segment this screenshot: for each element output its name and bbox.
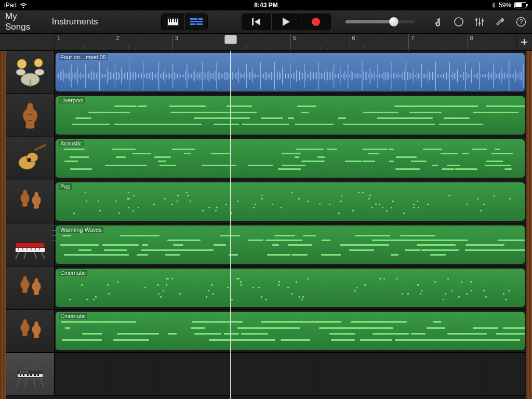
note-editor-button[interactable] <box>432 16 444 28</box>
piano-view-button[interactable] <box>162 14 185 30</box>
track-header-keys[interactable] <box>6 223 55 266</box>
toolbar-right: ? <box>432 16 527 28</box>
play-icon <box>282 17 290 26</box>
help-icon: ? <box>516 17 526 27</box>
string-ensemble-icon <box>11 185 49 218</box>
svg-point-15 <box>312 18 320 26</box>
midi-notes <box>58 192 523 218</box>
track-lane[interactable]: Pop <box>55 180 526 223</box>
plus-icon <box>520 38 528 46</box>
toolbar: My Songs Instruments <box>0 10 532 34</box>
tracks-view-button[interactable] <box>185 14 208 30</box>
wood-trim-right <box>526 51 532 399</box>
playhead-flag[interactable] <box>224 35 237 44</box>
track-row[interactable]: Cinematic <box>6 267 526 310</box>
clock: 8:43 PM <box>254 2 277 9</box>
track-row[interactable]: Pop <box>6 180 526 223</box>
region[interactable]: Cinematic <box>56 312 525 350</box>
track-lane[interactable]: Warming Waves <box>55 223 526 266</box>
svg-point-17 <box>455 18 463 26</box>
track-header-strings3[interactable] <box>6 310 55 352</box>
region[interactable]: Liverpool <box>56 96 525 135</box>
track-lane[interactable]: Cinematic <box>55 310 526 352</box>
settings-button[interactable] <box>495 16 506 28</box>
track-header-strings1[interactable] <box>6 180 55 223</box>
upright-bass-icon <box>11 99 49 131</box>
region[interactable]: Four on…mset 05 <box>56 53 525 91</box>
region-label: Liverpool <box>59 97 85 103</box>
bluetooth-icon <box>491 2 496 8</box>
track-header-synth[interactable] <box>6 353 55 395</box>
track-row[interactable]: Cinematic <box>6 310 526 353</box>
add-track-button[interactable] <box>516 34 532 50</box>
midi-notes <box>58 321 523 347</box>
track-header-drums[interactable] <box>6 51 55 94</box>
track-row[interactable]: Acoustic <box>6 137 526 180</box>
region[interactable]: Warming Waves <box>56 225 525 264</box>
track-lane[interactable]: Four on…mset 05 <box>55 51 526 94</box>
workspace: Four on…mset 05LiverpoolAcousticPopWarmi… <box>0 51 532 399</box>
track-lane[interactable]: Liverpool <box>55 94 526 137</box>
svg-point-19 <box>478 22 481 24</box>
svg-rect-2 <box>526 4 528 7</box>
loop-browser-button[interactable] <box>453 16 464 28</box>
wifi-icon <box>20 3 27 8</box>
region[interactable]: Pop <box>56 182 525 221</box>
drumkit-icon <box>11 56 49 88</box>
loop-icon <box>454 17 464 27</box>
svg-rect-10 <box>198 18 203 20</box>
my-songs-button[interactable]: My Songs <box>5 11 43 32</box>
help-button[interactable]: ? <box>515 16 527 28</box>
play-button[interactable] <box>272 14 301 30</box>
svg-rect-11 <box>190 21 203 22</box>
svg-point-352 <box>20 371 22 373</box>
status-bar: iPad 8:43 PM 59% <box>0 0 532 10</box>
svg-point-18 <box>475 19 477 21</box>
timeline-ruler[interactable]: 12345678 <box>55 34 532 51</box>
track-header-guitar[interactable] <box>6 137 55 180</box>
svg-rect-6 <box>171 19 172 22</box>
wrench-icon <box>495 17 506 27</box>
instruments-button[interactable]: Instruments <box>52 17 98 27</box>
svg-rect-5 <box>169 19 170 22</box>
transport-controls <box>242 14 331 30</box>
mixer-button[interactable] <box>474 16 485 28</box>
acoustic-guitar-icon <box>11 142 49 175</box>
track-lane[interactable]: Cinematic <box>55 267 526 309</box>
rewind-button[interactable] <box>242 14 272 30</box>
track-lane[interactable]: Acoustic <box>55 137 526 180</box>
region[interactable]: Acoustic <box>56 139 525 178</box>
volume-knob[interactable] <box>389 17 398 26</box>
track-header-resize[interactable] <box>52 222 56 243</box>
tracks-icon <box>190 18 203 25</box>
track-row[interactable] <box>6 353 526 396</box>
track-header-bass[interactable] <box>6 94 55 137</box>
region-label: Cinematic <box>59 270 87 276</box>
synth-keys-icon <box>11 229 49 261</box>
track-row[interactable]: Warming Waves <box>6 223 526 267</box>
svg-point-25 <box>35 69 44 75</box>
waveform <box>56 60 525 91</box>
svg-rect-335 <box>34 144 46 151</box>
battery-percent: 59% <box>499 2 511 9</box>
midi-notes <box>58 105 523 131</box>
track-lane[interactable] <box>55 353 526 395</box>
note-icon <box>433 17 443 27</box>
track-row[interactable]: Four on…mset 05 <box>6 51 526 94</box>
record-button[interactable] <box>301 14 330 30</box>
ruler-bar: 7 <box>408 34 416 52</box>
view-toggle <box>161 14 208 30</box>
track-row[interactable]: Liverpool <box>6 94 526 137</box>
region[interactable] <box>56 353 525 395</box>
synthesizer-icon <box>11 358 49 390</box>
track-header-strings2[interactable] <box>6 267 55 309</box>
svg-rect-337 <box>16 248 45 252</box>
region-label: Warming Waves <box>59 227 103 233</box>
svg-point-27 <box>34 59 43 67</box>
record-icon <box>311 17 321 26</box>
master-volume-slider[interactable] <box>345 20 415 23</box>
region-label: Acoustic <box>59 140 84 147</box>
region[interactable]: Cinematic <box>56 269 525 307</box>
svg-rect-12 <box>190 23 195 25</box>
ruler-bar: 3 <box>172 34 180 52</box>
